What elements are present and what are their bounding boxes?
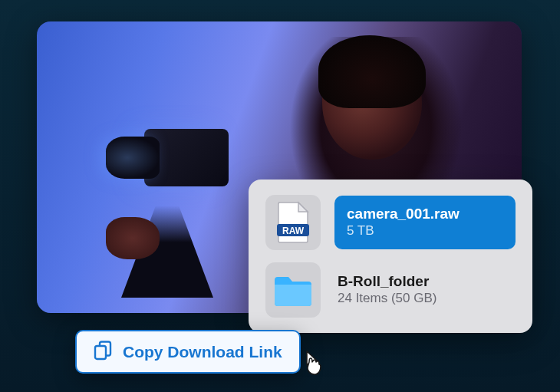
copy-button-label: Copy Download Link [123,343,282,361]
folder-icon [265,262,321,318]
file-info-selected: camera_001.raw 5 TB [334,196,516,250]
svg-rect-1 [95,346,106,359]
copy-icon [94,341,112,363]
copy-download-link-button[interactable]: Copy Download Link [75,330,301,374]
file-info: B-Roll_folder 24 Items (50 GB) [334,268,516,313]
pointer-cursor-icon [299,348,325,377]
raw-file-icon: RAW [265,195,321,250]
raw-badge-text: RAW [282,226,305,236]
file-row[interactable]: RAW camera_001.raw 5 TB [265,195,516,250]
file-name: camera_001.raw [347,205,503,223]
file-list-panel: RAW camera_001.raw 5 TB B-Roll_folder 24… [249,180,532,333]
file-item-count: 24 Items (50 GB) [338,290,512,308]
file-size: 5 TB [347,222,503,240]
file-row[interactable]: B-Roll_folder 24 Items (50 GB) [265,262,516,318]
file-name: B-Roll_folder [338,272,512,291]
